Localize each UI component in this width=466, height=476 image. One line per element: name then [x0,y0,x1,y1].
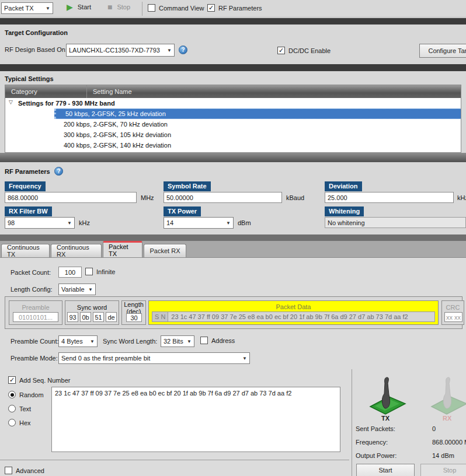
packet-structure-view: Preamble 01010101... Sync word 93 0b 51 … [5,296,462,329]
panel-stop-label: Stop [443,467,457,474]
length-field[interactable]: 30 [126,313,142,322]
tx-power-select[interactable]: 14 ▼ [164,217,234,229]
target-configuration-title: Target Configuration [5,29,68,36]
chevron-down-icon: ▼ [67,220,72,226]
rf-parameters-checkbox-label: RF Parameters [218,5,262,12]
rf-design-select[interactable]: LAUNCHXL-CC1350-7XD-7793 ▼ [66,44,175,57]
help-icon[interactable]: ? [179,46,187,54]
address-label: Address [211,337,235,344]
rf-parameters-checkbox[interactable]: ✓ RF Parameters [207,4,262,12]
checkbox-icon: ✓ [85,268,93,275]
column-header-category[interactable]: Category [5,88,86,95]
tx-antenna-icon [367,376,408,415]
crc-title: CRC [442,304,464,311]
chevron-down-icon: ▼ [88,287,93,292]
sync-word-length-label: Sync Word Length: [103,338,157,345]
section-divider-band [0,64,466,71]
tree-collapse-icon[interactable]: ▽ [9,99,13,105]
sync-word-length-select[interactable]: 32 Bits ▼ [161,335,194,347]
length-config-label: Length Config: [11,286,53,293]
frequency-status-label: Frequency: [356,439,388,446]
preamble-mode-select[interactable]: Send 0 as the first preamble bit ▼ [58,352,250,364]
add-seq-number-checkbox[interactable]: ✓ Add Seq. Number [8,376,70,384]
rx-filter-bw-unit: kHz [79,219,90,226]
length-config-value: Variable [61,286,85,293]
preamble-title: Preamble [9,304,62,311]
settings-band-group-row[interactable]: ▽ Settings for 779 - 930 MHz band [5,98,461,108]
packet-data-field: S N 23 1c 47 37 ff 09 37 7e 25 e8 ea b0 … [152,312,435,322]
chevron-down-icon: ▼ [187,339,192,344]
payload-textarea[interactable]: 23 1c 47 37 ff 09 37 7e 25 e8 ea b0 ec b… [51,387,340,452]
configure-target-label: Configure Target [428,47,466,54]
payload-mode-hex-label: Hex [19,419,31,426]
payload-mode-hex-radio[interactable]: Hex [8,419,31,426]
settings-band-group-label: Settings for 779 - 930 MHz band [18,100,115,107]
symbol-rate-input[interactable]: 50.00000 [164,192,282,203]
chevron-down-icon: ▼ [242,356,247,361]
table-row-selected[interactable]: 50 kbps, 2-GFSK, 25 kHz deviation [5,108,461,119]
tx-power-value: 14 [166,219,173,226]
tab-packet-rx[interactable]: Packet RX [144,244,186,257]
length-title-line1: Length [124,301,144,308]
table-header-row: Category Setting Name [5,85,461,98]
checkbox-icon: ✓ [148,4,155,12]
preamble-mode-value: Send 0 as the first preamble bit [61,355,150,362]
preamble-count-label: Preamble Count: [11,338,59,345]
column-header-setting-name[interactable]: Setting Name [87,88,132,95]
advanced-divider [0,460,349,460]
sync-byte-input[interactable]: 93 [67,312,78,322]
advanced-checkbox[interactable]: ✓ Advanced [5,467,44,474]
sync-byte-input[interactable]: 51 [93,312,104,322]
sync-byte-input[interactable]: 0b [80,312,91,322]
target-configuration-section: Target Configuration RF Design Based On:… [0,24,466,64]
packet-count-label: Packet Count: [11,269,51,276]
configure-target-button[interactable]: Configure Target [419,44,466,58]
play-icon: ▶ [67,3,73,11]
symbol-rate-unit: kBaud [286,194,304,201]
table-row[interactable]: 400 kbps, 2-GFSK, 140 kHz deviation [5,140,461,150]
start-button[interactable]: ▶ Start [67,3,91,11]
radio-selected-icon [8,391,16,398]
table-row[interactable]: 200 kbps, 2-GFSK, 70 kHz deviation [5,119,461,130]
table-row[interactable]: 300 kbps, 2-GFSK, 105 kHz deviation [5,130,461,140]
radio-icon [8,405,16,412]
frequency-input[interactable]: 868.00000 [5,192,137,203]
mode-select-value: Packet TX [4,5,34,12]
tab-continuous-tx[interactable]: Continuous TX [1,244,50,257]
dcdc-enable-checkbox[interactable]: ✓ DC/DC Enable [277,47,331,54]
whitening-label: Whitening [325,206,364,216]
whitening-readout: No whitening [325,217,466,228]
preamble-count-select[interactable]: 4 Bytes ▼ [58,335,98,347]
sync-word-title: Sync word [65,304,119,311]
tab-continuous-rx[interactable]: Continuous RX [51,244,102,257]
tx-power-label: TX Power [164,206,201,216]
panel-stop-button[interactable]: Stop [420,464,466,476]
packet-count-input[interactable]: 100 [58,267,82,278]
help-icon[interactable]: ? [54,167,63,176]
infinite-checkbox[interactable]: ✓ Infinite [85,268,115,275]
start-button-label: Start [78,4,91,10]
whitening-value: No whitening [328,219,365,226]
panel-start-label: Start [378,467,392,474]
stop-button[interactable]: ■ Stop [107,3,130,11]
payload-mode-text-radio[interactable]: Text [8,405,31,412]
mode-select[interactable]: Packet TX ▼ [1,2,53,14]
sync-byte-input[interactable]: de [106,312,117,322]
address-checkbox[interactable]: ✓ Address [200,337,235,344]
tab-packet-tx[interactable]: Packet TX [103,241,142,257]
deviation-input[interactable]: 25.000 [325,192,454,203]
add-seq-number-label: Add Seq. Number [19,377,70,384]
command-view-checkbox[interactable]: ✓ Command View [148,4,204,12]
sync-word-box: Sync word 93 0b 51 de [65,300,119,325]
panel-start-button[interactable]: Start [356,464,415,476]
deviation-value: 25.000 [328,194,347,201]
length-config-select[interactable]: Variable ▼ [58,284,96,295]
radio-icon [8,419,16,426]
main-toolbar: Packet TX ▼ ▶ Start ■ Stop ✓ Command Vie… [0,0,466,18]
checkbox-icon: ✓ [200,337,208,344]
tab-label: Packet TX [109,243,137,257]
payload-mode-random-label: Random [19,391,44,398]
rx-filter-bw-select[interactable]: 98 ▼ [5,217,75,229]
typical-settings-table: Category Setting Name ▽ Settings for 779… [5,85,461,153]
payload-mode-random-radio[interactable]: Random [8,391,44,398]
